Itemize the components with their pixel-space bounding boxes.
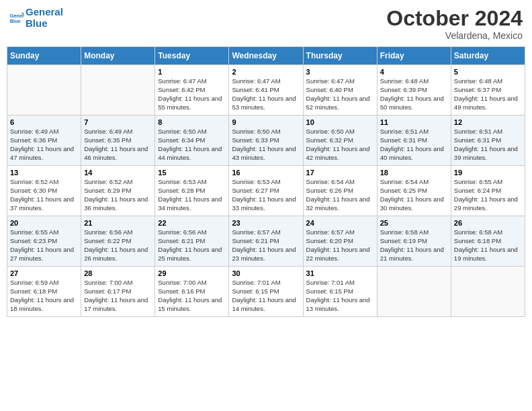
day-info: Sunrise: 6:53 AM Sunset: 6:28 PM Dayligh… — [158, 178, 226, 212]
title-block: October 2024 Velardena, Mexico — [386, 7, 523, 41]
day-number: 15 — [158, 169, 226, 177]
calendar-cell: 10Sunrise: 6:50 AM Sunset: 6:32 PM Dayli… — [303, 116, 377, 166]
calendar-cell: 25Sunrise: 6:58 AM Sunset: 6:19 PM Dayli… — [377, 216, 451, 267]
calendar-cell: 20Sunrise: 6:55 AM Sunset: 6:23 PM Dayli… — [7, 216, 81, 267]
svg-text:Blue: Blue — [10, 17, 21, 24]
day-info: Sunrise: 6:49 AM Sunset: 6:36 PM Dayligh… — [10, 128, 78, 162]
day-number: 26 — [454, 219, 522, 227]
day-info: Sunrise: 6:54 AM Sunset: 6:26 PM Dayligh… — [306, 178, 374, 212]
day-number: 17 — [306, 169, 374, 177]
calendar-cell: 8Sunrise: 6:50 AM Sunset: 6:34 PM Daylig… — [155, 116, 229, 166]
day-number: 18 — [380, 169, 448, 177]
day-info: Sunrise: 6:57 AM Sunset: 6:21 PM Dayligh… — [232, 228, 300, 263]
day-number: 25 — [380, 219, 448, 227]
calendar-week-5: 27Sunrise: 6:59 AM Sunset: 6:18 PM Dayli… — [7, 267, 525, 317]
calendar-week-4: 20Sunrise: 6:55 AM Sunset: 6:23 PM Dayli… — [7, 216, 525, 267]
calendar-cell: 6Sunrise: 6:49 AM Sunset: 6:36 PM Daylig… — [7, 116, 81, 166]
weekday-thursday: Thursday — [303, 47, 377, 65]
calendar-cell: 15Sunrise: 6:53 AM Sunset: 6:28 PM Dayli… — [155, 166, 229, 216]
day-number: 7 — [84, 118, 152, 126]
day-info: Sunrise: 6:54 AM Sunset: 6:25 PM Dayligh… — [380, 178, 448, 212]
day-number: 22 — [158, 219, 226, 227]
day-info: Sunrise: 6:47 AM Sunset: 6:41 PM Dayligh… — [232, 77, 300, 111]
calendar-cell: 16Sunrise: 6:53 AM Sunset: 6:27 PM Dayli… — [229, 166, 303, 216]
calendar-table: SundayMondayTuesdayWednesdayThursdayFrid… — [7, 46, 525, 317]
calendar-cell — [81, 65, 155, 116]
calendar-cell: 4Sunrise: 6:48 AM Sunset: 6:39 PM Daylig… — [377, 65, 451, 116]
page-header: General Blue GeneralBlue October 2024 Ve… — [7, 7, 525, 41]
calendar-cell: 13Sunrise: 6:52 AM Sunset: 6:30 PM Dayli… — [7, 166, 81, 216]
logo-icon: General Blue — [9, 11, 24, 26]
day-number: 24 — [306, 219, 374, 227]
weekday-monday: Monday — [81, 47, 155, 65]
day-info: Sunrise: 6:55 AM Sunset: 6:24 PM Dayligh… — [454, 178, 522, 212]
weekday-sunday: Sunday — [7, 47, 81, 65]
calendar-cell: 18Sunrise: 6:54 AM Sunset: 6:25 PM Dayli… — [377, 166, 451, 216]
weekday-saturday: Saturday — [451, 47, 525, 65]
day-number: 10 — [306, 118, 374, 126]
day-info: Sunrise: 6:48 AM Sunset: 6:37 PM Dayligh… — [454, 77, 522, 111]
day-info: Sunrise: 6:59 AM Sunset: 6:18 PM Dayligh… — [10, 279, 78, 313]
weekday-header-row: SundayMondayTuesdayWednesdayThursdayFrid… — [7, 47, 525, 65]
day-number: 23 — [232, 219, 300, 227]
calendar-cell: 11Sunrise: 6:51 AM Sunset: 6:31 PM Dayli… — [377, 116, 451, 166]
day-number: 28 — [84, 269, 152, 277]
day-number: 16 — [232, 169, 300, 177]
day-info: Sunrise: 7:01 AM Sunset: 6:15 PM Dayligh… — [306, 279, 374, 313]
month-title: October 2024 — [386, 7, 523, 30]
day-number: 30 — [232, 269, 300, 277]
day-number: 2 — [232, 68, 300, 76]
calendar-cell — [377, 267, 451, 317]
calendar-cell: 24Sunrise: 6:57 AM Sunset: 6:20 PM Dayli… — [303, 216, 377, 267]
calendar-week-1: 1Sunrise: 6:47 AM Sunset: 6:42 PM Daylig… — [7, 65, 525, 116]
calendar-cell: 1Sunrise: 6:47 AM Sunset: 6:42 PM Daylig… — [155, 65, 229, 116]
day-number: 9 — [232, 118, 300, 126]
calendar-cell: 9Sunrise: 6:50 AM Sunset: 6:33 PM Daylig… — [229, 116, 303, 166]
day-info: Sunrise: 6:50 AM Sunset: 6:32 PM Dayligh… — [306, 128, 374, 162]
day-info: Sunrise: 7:00 AM Sunset: 6:16 PM Dayligh… — [158, 279, 226, 313]
logo-name: GeneralBlue — [26, 7, 63, 29]
weekday-wednesday: Wednesday — [229, 47, 303, 65]
calendar-cell: 31Sunrise: 7:01 AM Sunset: 6:15 PM Dayli… — [303, 267, 377, 317]
day-info: Sunrise: 6:50 AM Sunset: 6:33 PM Dayligh… — [232, 128, 300, 162]
day-info: Sunrise: 6:56 AM Sunset: 6:21 PM Dayligh… — [158, 228, 226, 263]
day-number: 8 — [158, 118, 226, 126]
day-number: 11 — [380, 118, 448, 126]
calendar-cell: 27Sunrise: 6:59 AM Sunset: 6:18 PM Dayli… — [7, 267, 81, 317]
day-info: Sunrise: 7:00 AM Sunset: 6:17 PM Dayligh… — [84, 279, 152, 313]
day-info: Sunrise: 7:01 AM Sunset: 6:15 PM Dayligh… — [232, 279, 300, 313]
day-info: Sunrise: 6:57 AM Sunset: 6:20 PM Dayligh… — [306, 228, 374, 263]
day-number: 29 — [158, 269, 226, 277]
calendar-cell: 28Sunrise: 7:00 AM Sunset: 6:17 PM Dayli… — [81, 267, 155, 317]
calendar-cell — [7, 65, 81, 116]
day-number: 21 — [84, 219, 152, 227]
calendar-cell: 19Sunrise: 6:55 AM Sunset: 6:24 PM Dayli… — [451, 166, 525, 216]
calendar-week-3: 13Sunrise: 6:52 AM Sunset: 6:30 PM Dayli… — [7, 166, 525, 216]
day-number: 27 — [10, 269, 78, 277]
day-number: 20 — [10, 219, 78, 227]
day-info: Sunrise: 6:52 AM Sunset: 6:30 PM Dayligh… — [10, 178, 78, 212]
day-info: Sunrise: 6:51 AM Sunset: 6:31 PM Dayligh… — [454, 128, 522, 162]
calendar-week-2: 6Sunrise: 6:49 AM Sunset: 6:36 PM Daylig… — [7, 116, 525, 166]
day-info: Sunrise: 6:52 AM Sunset: 6:29 PM Dayligh… — [84, 178, 152, 212]
calendar-cell: 5Sunrise: 6:48 AM Sunset: 6:37 PM Daylig… — [451, 65, 525, 116]
weekday-friday: Friday — [377, 47, 451, 65]
calendar-cell — [451, 267, 525, 317]
day-info: Sunrise: 6:47 AM Sunset: 6:42 PM Dayligh… — [158, 77, 226, 111]
day-info: Sunrise: 6:58 AM Sunset: 6:18 PM Dayligh… — [454, 228, 522, 263]
day-info: Sunrise: 6:48 AM Sunset: 6:39 PM Dayligh… — [380, 77, 448, 111]
logo: General Blue GeneralBlue — [9, 7, 63, 29]
day-number: 14 — [84, 169, 152, 177]
day-info: Sunrise: 6:51 AM Sunset: 6:31 PM Dayligh… — [380, 128, 448, 162]
calendar-cell: 14Sunrise: 6:52 AM Sunset: 6:29 PM Dayli… — [81, 166, 155, 216]
day-info: Sunrise: 6:58 AM Sunset: 6:19 PM Dayligh… — [380, 228, 448, 263]
location: Velardena, Mexico — [386, 30, 523, 41]
calendar-cell: 3Sunrise: 6:47 AM Sunset: 6:40 PM Daylig… — [303, 65, 377, 116]
day-info: Sunrise: 6:47 AM Sunset: 6:40 PM Dayligh… — [306, 77, 374, 111]
calendar-cell: 21Sunrise: 6:56 AM Sunset: 6:22 PM Dayli… — [81, 216, 155, 267]
day-number: 13 — [10, 169, 78, 177]
calendar-cell: 12Sunrise: 6:51 AM Sunset: 6:31 PM Dayli… — [451, 116, 525, 166]
day-number: 12 — [454, 118, 522, 126]
day-number: 19 — [454, 169, 522, 177]
day-number: 3 — [306, 68, 374, 76]
